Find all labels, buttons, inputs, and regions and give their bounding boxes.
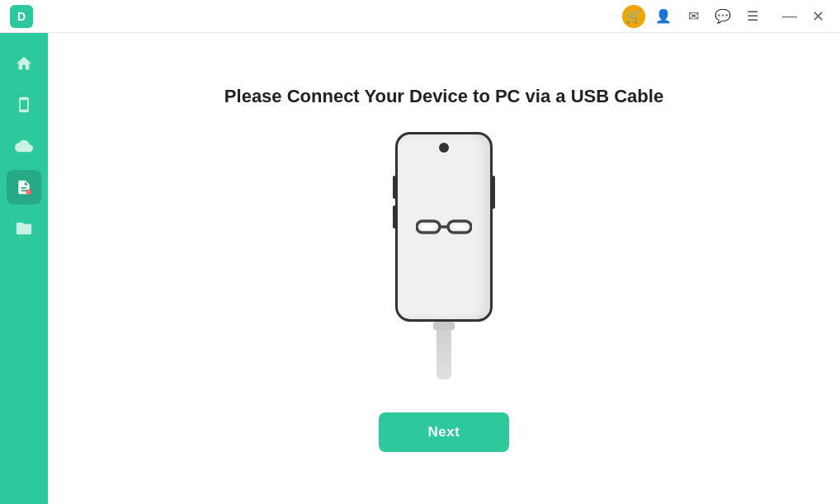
sidebar-item-repair[interactable]: ! — [7, 170, 41, 205]
main-content: Please Connect Your Device to PC via a U… — [48, 33, 840, 504]
link-icon — [416, 214, 472, 239]
user-button[interactable]: 👤 — [652, 5, 675, 28]
minimize-button[interactable]: — — [777, 4, 802, 29]
usb-connector — [433, 322, 455, 330]
mail-button[interactable]: ✉ — [682, 5, 705, 28]
window-controls: — ✕ — [777, 4, 830, 29]
vol-down-btn — [393, 205, 396, 228]
phone-body — [395, 132, 493, 322]
next-button[interactable]: Next — [379, 412, 510, 452]
close-button[interactable]: ✕ — [805, 4, 830, 29]
svg-rect-6 — [453, 224, 466, 229]
sidebar-item-home[interactable] — [7, 46, 41, 81]
page-title: Please Connect Your Device to PC via a U… — [224, 86, 663, 107]
title-bar: D 🛒 👤 ✉ 💬 ☰ — ✕ — [0, 0, 840, 33]
title-bar-right: 🛒 👤 ✉ 💬 ☰ — ✕ — [622, 4, 830, 29]
title-bar-left: D — [10, 5, 33, 28]
sidebar: ! — [0, 33, 48, 504]
usb-cable — [437, 330, 451, 379]
chat-button[interactable]: 💬 — [711, 5, 734, 28]
sidebar-item-backup[interactable] — [7, 129, 41, 163]
phone-illustration — [395, 132, 493, 379]
main-layout: ! Please Connect Your Device to PC via a… — [0, 33, 840, 504]
shop-button[interactable]: 🛒 — [622, 5, 645, 28]
app-logo: D — [10, 5, 33, 28]
sidebar-item-phone[interactable] — [7, 87, 41, 122]
vol-up-btn — [393, 176, 396, 199]
svg-rect-5 — [422, 224, 435, 229]
sidebar-item-files[interactable] — [7, 211, 41, 246]
menu-button[interactable]: ☰ — [741, 5, 764, 28]
